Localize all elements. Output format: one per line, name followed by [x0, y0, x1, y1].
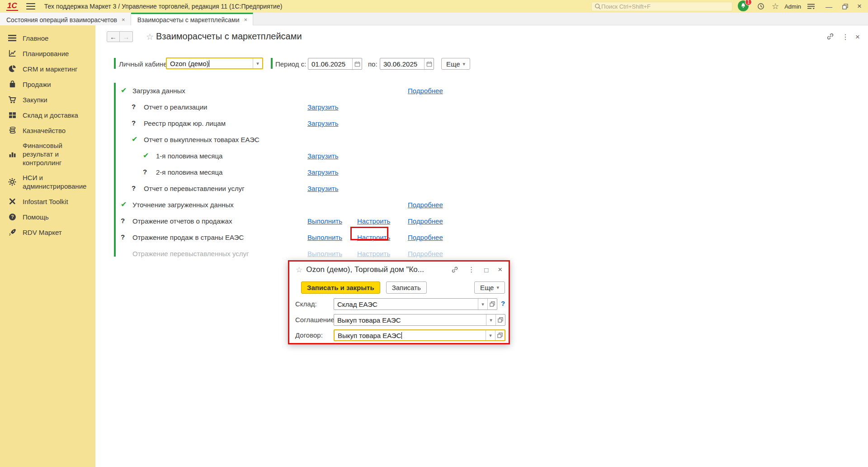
- save-button[interactable]: Записать: [386, 281, 427, 294]
- help-link[interactable]: ?: [501, 300, 505, 307]
- close-window-button[interactable]: ×: [857, 2, 862, 11]
- sidebar-item-rdv-market[interactable]: RDV Маркет: [0, 224, 95, 240]
- forward-button[interactable]: →: [120, 31, 133, 42]
- back-button[interactable]: ←: [107, 31, 120, 42]
- run-link[interactable]: Выполнить: [307, 217, 342, 225]
- contract-field-row: Договор: Выкуп товара ЕАЭС ▾: [289, 329, 511, 341]
- open-item-icon[interactable]: [495, 315, 505, 325]
- op-row-data-refinement: ✔ Уточнение загруженных данных Подробнее: [95, 197, 457, 213]
- op-label: 1-я половина месяца: [156, 152, 222, 160]
- calendar-icon[interactable]: [424, 58, 434, 69]
- sidebar-item-main[interactable]: Главное: [0, 30, 95, 46]
- run-link-disabled: Выполнить: [307, 250, 342, 257]
- tab-operation-states[interactable]: Состояния операций взаиморасчетов ×: [0, 13, 131, 25]
- restore-window-button[interactable]: [842, 4, 848, 10]
- dropdown-icon[interactable]: ▾: [253, 58, 262, 68]
- status-done-icon: ✔: [121, 86, 127, 95]
- sidebar-item-label: Финансовый результат и контроллинг: [23, 141, 90, 167]
- save-and-close-button[interactable]: Записать и закрыть: [301, 281, 380, 294]
- sidebar-item-label: RDV Маркет: [23, 228, 90, 237]
- tab-marketplace-settlements[interactable]: Взаиморасчеты с маркетплейсами ×: [131, 13, 253, 25]
- favorites-star-button[interactable]: ☆: [772, 1, 779, 11]
- cabinet-value: Ozon (демо): [167, 60, 253, 67]
- run-link[interactable]: Выполнить: [307, 234, 342, 241]
- sidebar-item-label: Закупки: [23, 95, 90, 104]
- window-title: Тех поддержка Маркет 3 / Управление торг…: [44, 3, 283, 10]
- load-link[interactable]: Загрузить: [307, 119, 339, 127]
- main-content: ← → ☆ Взаиморасчеты с маркетплейсами ⋮ ×…: [95, 25, 868, 467]
- get-link-icon[interactable]: [451, 266, 458, 273]
- load-link[interactable]: Загрузить: [307, 185, 339, 192]
- sidebar-item-purchases[interactable]: Закупки: [0, 92, 95, 107]
- user-menu-icon[interactable]: [807, 3, 816, 10]
- details-link[interactable]: Подробнее: [408, 217, 443, 225]
- favorite-star-icon[interactable]: ☆: [296, 265, 302, 275]
- sidebar-item-financial-result[interactable]: Финансовый результат и контроллинг: [0, 138, 95, 170]
- sidebar-item-nsi-administration[interactable]: НСИ и администрирование: [0, 170, 95, 194]
- sidebar-item-planning[interactable]: Планирование: [0, 46, 95, 61]
- coins-icon: [8, 126, 17, 135]
- bar-chart-icon: [8, 150, 17, 159]
- op-row-sales-reports-reflection: ? Отражение отчетов о продажах Выполнить…: [95, 213, 457, 229]
- sidebar-item-warehouse[interactable]: Склад и доставка: [0, 107, 95, 123]
- minimize-button[interactable]: —: [826, 3, 832, 10]
- status-question-icon: ?: [132, 119, 136, 127]
- details-link[interactable]: Подробнее: [408, 87, 443, 95]
- period-from-label: Период с:: [275, 60, 306, 68]
- load-link[interactable]: Загрузить: [307, 168, 339, 176]
- status-question-icon: ?: [132, 184, 136, 192]
- tab-close-icon[interactable]: ×: [244, 16, 248, 23]
- shopping-cart-icon: [8, 95, 17, 104]
- agreement-value: Выкуп товара ЕАЭС: [334, 316, 486, 324]
- period-from-input[interactable]: 01.06.2025: [308, 58, 362, 70]
- contract-label: Договор:: [295, 331, 323, 339]
- op-label: Отражение отчетов о продажах: [132, 217, 232, 225]
- calendar-icon[interactable]: [352, 58, 362, 69]
- tools-icon: [8, 197, 17, 206]
- search-input[interactable]: [601, 3, 729, 10]
- sidebar-item-crm[interactable]: CRM и маркетинг: [0, 61, 95, 76]
- close-dialog-icon[interactable]: ×: [498, 265, 502, 274]
- cabinet-input[interactable]: Ozon (демо) ▾: [166, 57, 263, 69]
- dropdown-icon[interactable]: ▾: [486, 315, 495, 325]
- sidebar-item-sales[interactable]: Продажи: [0, 76, 95, 92]
- contract-input[interactable]: Выкуп товара ЕАЭС ▾: [334, 329, 505, 341]
- period-to-input[interactable]: 30.06.2025: [380, 58, 434, 70]
- filters-more-button[interactable]: Еще ▾: [441, 58, 470, 70]
- get-link-icon[interactable]: [826, 33, 834, 40]
- warehouse-input[interactable]: Склад ЕАЭС ▾: [334, 298, 497, 310]
- rocket-icon: [8, 228, 17, 237]
- dialog-more-button[interactable]: Еще ▾: [474, 281, 505, 294]
- details-link[interactable]: Подробнее: [408, 201, 443, 209]
- load-link[interactable]: Загрузить: [307, 103, 339, 111]
- load-link[interactable]: Загрузить: [307, 152, 339, 160]
- tab-label: Взаиморасчеты с маркетплейсами: [137, 16, 240, 24]
- main-menu-icon[interactable]: [26, 3, 35, 10]
- group-accent-bar: [271, 58, 273, 69]
- status-question-icon: ?: [132, 103, 136, 110]
- kebab-menu-icon[interactable]: ⋮: [842, 33, 849, 41]
- status-question-icon: ?: [121, 233, 125, 241]
- notifications-button[interactable]: 1: [738, 0, 750, 12]
- open-item-icon[interactable]: [487, 299, 497, 310]
- sidebar-item-treasury[interactable]: Казначейство: [0, 123, 95, 138]
- sidebar-item-infostart-toolkit[interactable]: Infostart Toolkit: [0, 194, 95, 209]
- maximize-icon[interactable]: □: [484, 266, 488, 274]
- configure-link[interactable]: Настроить: [357, 217, 390, 225]
- global-search[interactable]: [591, 2, 732, 11]
- dropdown-icon[interactable]: ▾: [486, 330, 495, 340]
- sidebar-item-help[interactable]: ? Помощь: [0, 209, 95, 224]
- application-window: 1С Тех поддержка Маркет 3 / Управление т…: [0, 0, 868, 467]
- favorite-star-icon[interactable]: ☆: [146, 32, 154, 42]
- close-form-icon[interactable]: ×: [855, 33, 860, 42]
- details-link[interactable]: Подробнее: [408, 234, 443, 241]
- kebab-menu-icon[interactable]: ⋮: [468, 266, 475, 274]
- open-item-icon[interactable]: [495, 330, 505, 340]
- current-user[interactable]: Admin: [784, 3, 801, 10]
- agreement-input[interactable]: Выкуп товара ЕАЭС ▾: [334, 314, 505, 326]
- history-button[interactable]: [757, 2, 765, 10]
- op-row-reissued-services-report: ? Отчет о перевыставлении услуг Загрузит…: [95, 181, 457, 197]
- tab-close-icon[interactable]: ×: [122, 16, 125, 23]
- dropdown-icon[interactable]: ▾: [478, 299, 487, 310]
- op-row-legal-sales-register: ? Реестр продаж юр. лицам Загрузить: [95, 115, 457, 132]
